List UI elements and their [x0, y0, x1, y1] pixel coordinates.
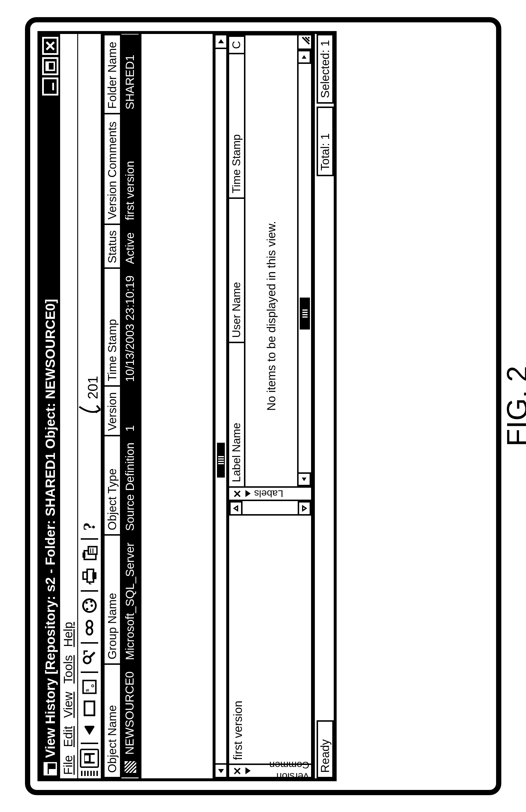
- cell-group-name: Microsoft_SQL_Server: [120, 535, 139, 664]
- menubar: File Edit View Tools Help: [60, 34, 78, 778]
- col-c[interactable]: C: [229, 35, 244, 53]
- vertical-scrollbar[interactable]: [229, 501, 311, 516]
- labels-panel: ✕ Labels Label Name User Name Time Stamp…: [228, 34, 313, 501]
- svg-rect-25: [83, 552, 85, 558]
- back-icon[interactable]: [82, 721, 97, 738]
- labels-empty-message: No items to be displayed in this view.: [245, 35, 297, 486]
- version-comments-tab[interactable]: ✕ Version Commen: [229, 764, 311, 777]
- status-selected: Selected: 1: [316, 34, 334, 104]
- labels-header-row: Label Name User Name Time Stamp C: [229, 35, 245, 486]
- grid-body-area: [141, 34, 228, 778]
- version-grid: 201 Object Name Group Name Object Type V…: [103, 34, 141, 778]
- scroll-right-icon[interactable]: [214, 34, 228, 49]
- app-icon: [44, 762, 57, 775]
- col-version[interactable]: Version: [104, 386, 120, 435]
- close-icon[interactable]: ✕: [231, 489, 244, 498]
- scroll-thumb[interactable]: [300, 297, 310, 329]
- link-icon[interactable]: [82, 618, 97, 638]
- paste-icon[interactable]: [81, 544, 98, 563]
- svg-rect-3: [52, 83, 54, 90]
- minimize-button[interactable]: [42, 77, 58, 96]
- col-user-name[interactable]: User Name: [229, 197, 244, 342]
- scroll-thumb[interactable]: [217, 443, 225, 478]
- labels-tab[interactable]: ✕ Labels: [229, 486, 311, 499]
- svg-rect-5: [46, 62, 49, 70]
- svg-rect-1: [44, 763, 48, 775]
- svg-point-13: [84, 656, 90, 663]
- col-object-type[interactable]: Object Type: [104, 435, 120, 535]
- svg-text:s: s: [84, 688, 90, 692]
- globe-icon[interactable]: [81, 596, 98, 615]
- col-folder-name[interactable]: Folder Name: [104, 34, 120, 114]
- chevron-down-icon[interactable]: [245, 490, 251, 497]
- col-time-stamp[interactable]: Time Stamp: [104, 268, 120, 386]
- maximize-button[interactable]: [42, 57, 58, 75]
- toolbar-grip[interactable]: [81, 771, 98, 776]
- cell-object-type: Source Definition: [120, 435, 139, 535]
- svg-point-16: [83, 599, 96, 612]
- menu-tools[interactable]: Tools: [61, 655, 77, 683]
- svg-rect-22: [83, 572, 87, 579]
- search-icon[interactable]: [81, 648, 98, 667]
- grid-row[interactable]: NEWSOURCE0 Microsoft_SQL_Server Source D…: [120, 34, 139, 778]
- col-object-name[interactable]: Object Name: [104, 664, 120, 778]
- statusbar: Ready Total: 1 Selected: 1: [315, 34, 334, 778]
- svg-rect-23: [93, 572, 97, 579]
- col-version-comments[interactable]: Version Comments: [104, 114, 120, 224]
- col-group-name[interactable]: Group Name: [104, 535, 120, 664]
- svg-point-14: [87, 628, 93, 635]
- chevron-down-icon[interactable]: [245, 767, 251, 774]
- svg-point-18: [85, 601, 88, 604]
- col-time-stamp[interactable]: Time Stamp: [229, 53, 244, 198]
- object-icon: [124, 760, 137, 773]
- close-icon[interactable]: ✕: [231, 766, 244, 775]
- save-icon[interactable]: [80, 749, 99, 768]
- svg-rect-2: [49, 769, 56, 775]
- svg-point-17: [86, 608, 88, 610]
- scroll-up-icon[interactable]: [229, 501, 243, 514]
- labels-horizontal-scrollbar[interactable]: [297, 35, 311, 486]
- grid-header-row: Object Name Group Name Object Type Versi…: [104, 34, 120, 778]
- application-window: View History [Repository: s2 - Folder: S…: [38, 31, 337, 781]
- svg-text:?: ?: [81, 522, 98, 531]
- cell-version: 1: [120, 386, 139, 435]
- horizontal-scrollbar[interactable]: [213, 34, 228, 778]
- figure-caption: FIG. 2: [500, 366, 526, 447]
- svg-rect-9: [85, 701, 95, 715]
- panel-icon[interactable]: [82, 699, 97, 717]
- col-label-name[interactable]: Label Name: [229, 342, 244, 486]
- cell-version-comments: first version: [120, 114, 139, 224]
- scroll-left-icon[interactable]: [214, 763, 228, 778]
- cell-time-stamp: 10/13/2003 23:10:19: [120, 268, 139, 386]
- menu-help[interactable]: Help: [61, 622, 77, 647]
- menu-view[interactable]: View: [61, 692, 77, 717]
- close-button[interactable]: [42, 37, 58, 55]
- svg-rect-8: [90, 755, 95, 762]
- cell-object-name: NEWSOURCE0: [123, 671, 136, 755]
- scroll-left-icon[interactable]: [299, 472, 311, 486]
- help-icon[interactable]: ?: [81, 517, 98, 534]
- callout-201: 201: [77, 376, 101, 418]
- version-comments-text: first version: [229, 516, 311, 764]
- resize-grip-icon[interactable]: [299, 35, 311, 50]
- figure-frame: View History [Repository: s2 - Folder: S…: [25, 17, 501, 795]
- svg-rect-7: [85, 755, 89, 761]
- scroll-right-icon[interactable]: [299, 50, 311, 64]
- version-comments-panel: ✕ Version Commen first version: [228, 499, 313, 778]
- status-ready: Ready: [316, 720, 334, 778]
- scroll-down-icon[interactable]: [298, 501, 311, 514]
- scroll-track[interactable]: [214, 49, 228, 763]
- cell-folder-name: SHARED1: [120, 34, 139, 114]
- svg-text:o: o: [89, 684, 95, 687]
- svg-point-15: [87, 621, 93, 628]
- svg-point-19: [90, 605, 93, 607]
- menu-edit[interactable]: Edit: [61, 726, 77, 747]
- titlebar: View History [Repository: s2 - Folder: S…: [40, 34, 60, 778]
- window-title: View History [Repository: s2 - Folder: S…: [42, 100, 58, 758]
- col-status[interactable]: Status: [104, 224, 120, 268]
- print-icon[interactable]: [81, 566, 98, 585]
- cell-status: Active: [120, 224, 139, 268]
- text-icon[interactable]: so: [81, 678, 98, 696]
- status-total: Total: 1: [316, 106, 334, 176]
- menu-file[interactable]: File: [61, 755, 77, 775]
